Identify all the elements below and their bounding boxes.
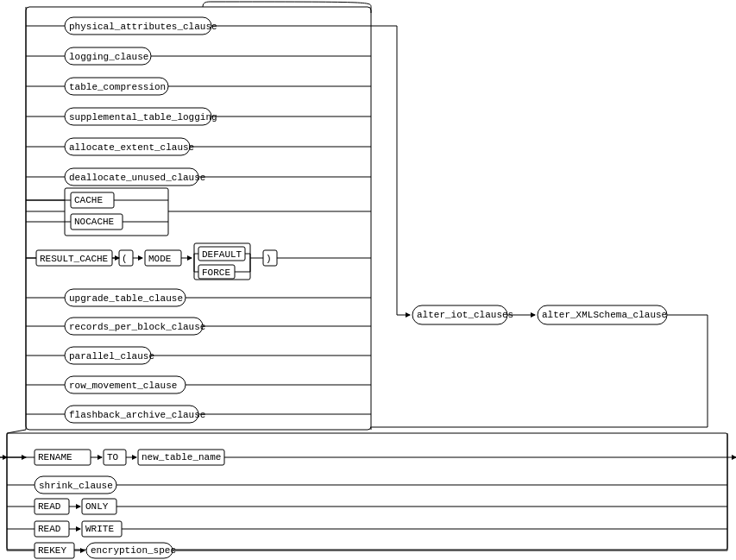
force-label: FORCE <box>202 267 230 278</box>
new-table-name-label: new_table_name <box>142 452 221 462</box>
svg-line-100 <box>7 430 26 433</box>
parallel-clause-label: parallel_clause <box>69 351 154 362</box>
mode-label: MODE <box>148 254 172 264</box>
svg-text:(: ( <box>122 254 128 264</box>
cache-label: CACHE <box>74 195 103 205</box>
alter-xmlschema-label: alter_XMLSchema_clause <box>542 310 667 320</box>
to-label: TO <box>107 452 119 462</box>
encryption-spec-label: encryption_spec <box>91 545 176 556</box>
upgrade-table-label: upgrade_table_clause <box>69 293 183 304</box>
physical-attributes-label: physical_attributes_clause <box>69 22 217 32</box>
row-movement-label: row_movement_clause <box>69 381 177 391</box>
records-per-block-label: records_per_block_clause <box>69 322 205 332</box>
table-compression-label: table_compression <box>69 82 166 92</box>
default-label: DEFAULT <box>202 249 242 260</box>
read-label-2: READ <box>38 524 61 534</box>
nocache-label: NOCACHE <box>74 217 115 227</box>
supplemental-table-logging-label: supplemental_table_logging <box>69 112 217 123</box>
svg-text:): ) <box>266 254 272 264</box>
only-label: ONLY <box>85 501 109 512</box>
logging-clause-label: logging_clause <box>69 52 148 62</box>
deallocate-unused-label: deallocate_unused_clause <box>69 173 205 183</box>
shrink-clause-label: shrink_clause <box>39 481 113 491</box>
diagram-container: physical_attributes_clause logging_claus… <box>0 0 736 560</box>
flashback-archive-label: flashback_archive_clause <box>69 410 205 420</box>
result-cache-label: RESULT_CACHE <box>40 254 109 264</box>
allocate-extent-label: allocate_extent_clause <box>69 142 194 153</box>
rekey-label: REKEY <box>38 545 66 556</box>
rename-label: RENAME <box>38 452 72 462</box>
alter-iot-label: alter_iot_clauses <box>417 310 513 320</box>
write-label: WRITE <box>85 524 114 534</box>
read-label-1: READ <box>38 501 61 512</box>
